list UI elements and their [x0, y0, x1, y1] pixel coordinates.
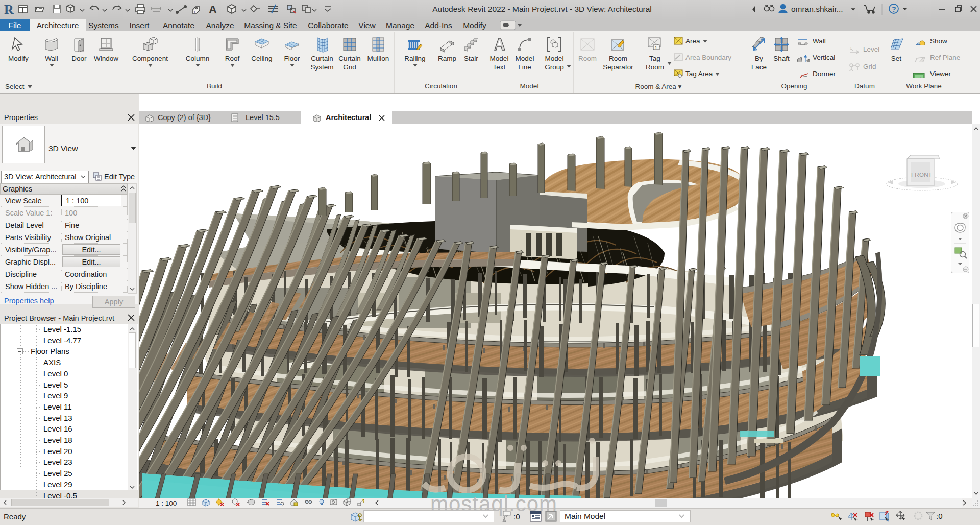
svg-text:omran.shkair...: omran.shkair... [791, 5, 843, 13]
svg-text:1: 1 [850, 46, 852, 50]
svg-text:1: 1 [655, 45, 657, 50]
svg-text::0: :0 [936, 512, 943, 520]
svg-text:R: R [4, 2, 14, 17]
svg-text:?: ? [892, 5, 896, 13]
svg-text:FRONT: FRONT [911, 172, 932, 178]
